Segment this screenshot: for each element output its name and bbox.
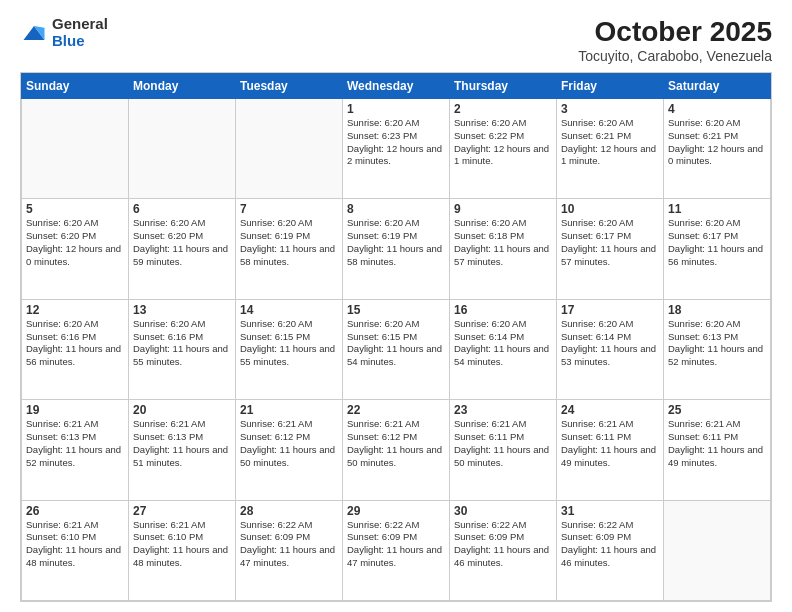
- day-number: 29: [347, 504, 445, 518]
- day-number: 11: [668, 202, 766, 216]
- day-info: Sunrise: 6:20 AM Sunset: 6:13 PM Dayligh…: [668, 318, 766, 369]
- calendar-day-cell: 2Sunrise: 6:20 AM Sunset: 6:22 PM Daylig…: [450, 99, 557, 199]
- day-info: Sunrise: 6:20 AM Sunset: 6:20 PM Dayligh…: [26, 217, 124, 268]
- day-number: 6: [133, 202, 231, 216]
- day-info: Sunrise: 6:20 AM Sunset: 6:22 PM Dayligh…: [454, 117, 552, 168]
- calendar-day-cell: [664, 500, 771, 600]
- day-info: Sunrise: 6:20 AM Sunset: 6:17 PM Dayligh…: [561, 217, 659, 268]
- day-info: Sunrise: 6:20 AM Sunset: 6:15 PM Dayligh…: [347, 318, 445, 369]
- day-info: Sunrise: 6:20 AM Sunset: 6:15 PM Dayligh…: [240, 318, 338, 369]
- day-info: Sunrise: 6:21 AM Sunset: 6:12 PM Dayligh…: [240, 418, 338, 469]
- calendar-day-cell: 12Sunrise: 6:20 AM Sunset: 6:16 PM Dayli…: [22, 299, 129, 399]
- calendar-day-cell: 25Sunrise: 6:21 AM Sunset: 6:11 PM Dayli…: [664, 400, 771, 500]
- calendar-day-cell: 1Sunrise: 6:20 AM Sunset: 6:23 PM Daylig…: [343, 99, 450, 199]
- day-info: Sunrise: 6:20 AM Sunset: 6:14 PM Dayligh…: [454, 318, 552, 369]
- day-number: 19: [26, 403, 124, 417]
- calendar-day-cell: 15Sunrise: 6:20 AM Sunset: 6:15 PM Dayli…: [343, 299, 450, 399]
- logo-text: General Blue: [52, 16, 108, 49]
- day-number: 1: [347, 102, 445, 116]
- day-number: 16: [454, 303, 552, 317]
- day-number: 28: [240, 504, 338, 518]
- day-info: Sunrise: 6:20 AM Sunset: 6:18 PM Dayligh…: [454, 217, 552, 268]
- calendar-week-row: 12Sunrise: 6:20 AM Sunset: 6:16 PM Dayli…: [22, 299, 771, 399]
- logo-general: General: [52, 16, 108, 33]
- weekday-header-row: Sunday Monday Tuesday Wednesday Thursday…: [22, 74, 771, 99]
- page-subtitle: Tocuyito, Carabobo, Venezuela: [578, 48, 772, 64]
- calendar-day-cell: 5Sunrise: 6:20 AM Sunset: 6:20 PM Daylig…: [22, 199, 129, 299]
- day-number: 4: [668, 102, 766, 116]
- day-number: 12: [26, 303, 124, 317]
- day-number: 15: [347, 303, 445, 317]
- day-number: 24: [561, 403, 659, 417]
- calendar-day-cell: 22Sunrise: 6:21 AM Sunset: 6:12 PM Dayli…: [343, 400, 450, 500]
- title-block: October 2025 Tocuyito, Carabobo, Venezue…: [578, 16, 772, 64]
- calendar-day-cell: 20Sunrise: 6:21 AM Sunset: 6:13 PM Dayli…: [129, 400, 236, 500]
- calendar-day-cell: 7Sunrise: 6:20 AM Sunset: 6:19 PM Daylig…: [236, 199, 343, 299]
- calendar-week-row: 19Sunrise: 6:21 AM Sunset: 6:13 PM Dayli…: [22, 400, 771, 500]
- calendar-day-cell: 14Sunrise: 6:20 AM Sunset: 6:15 PM Dayli…: [236, 299, 343, 399]
- header-saturday: Saturday: [664, 74, 771, 99]
- day-info: Sunrise: 6:22 AM Sunset: 6:09 PM Dayligh…: [347, 519, 445, 570]
- day-info: Sunrise: 6:20 AM Sunset: 6:16 PM Dayligh…: [26, 318, 124, 369]
- day-number: 17: [561, 303, 659, 317]
- day-number: 23: [454, 403, 552, 417]
- day-number: 9: [454, 202, 552, 216]
- day-info: Sunrise: 6:21 AM Sunset: 6:11 PM Dayligh…: [668, 418, 766, 469]
- calendar-day-cell: 19Sunrise: 6:21 AM Sunset: 6:13 PM Dayli…: [22, 400, 129, 500]
- day-number: 8: [347, 202, 445, 216]
- calendar-day-cell: [236, 99, 343, 199]
- day-number: 14: [240, 303, 338, 317]
- page-title: October 2025: [578, 16, 772, 48]
- day-number: 21: [240, 403, 338, 417]
- day-number: 25: [668, 403, 766, 417]
- day-info: Sunrise: 6:21 AM Sunset: 6:10 PM Dayligh…: [133, 519, 231, 570]
- day-info: Sunrise: 6:22 AM Sunset: 6:09 PM Dayligh…: [454, 519, 552, 570]
- day-number: 2: [454, 102, 552, 116]
- calendar-day-cell: 8Sunrise: 6:20 AM Sunset: 6:19 PM Daylig…: [343, 199, 450, 299]
- day-info: Sunrise: 6:20 AM Sunset: 6:16 PM Dayligh…: [133, 318, 231, 369]
- calendar-day-cell: 29Sunrise: 6:22 AM Sunset: 6:09 PM Dayli…: [343, 500, 450, 600]
- day-info: Sunrise: 6:21 AM Sunset: 6:10 PM Dayligh…: [26, 519, 124, 570]
- calendar-day-cell: 27Sunrise: 6:21 AM Sunset: 6:10 PM Dayli…: [129, 500, 236, 600]
- day-info: Sunrise: 6:20 AM Sunset: 6:19 PM Dayligh…: [347, 217, 445, 268]
- day-info: Sunrise: 6:22 AM Sunset: 6:09 PM Dayligh…: [561, 519, 659, 570]
- calendar-day-cell: 23Sunrise: 6:21 AM Sunset: 6:11 PM Dayli…: [450, 400, 557, 500]
- day-number: 20: [133, 403, 231, 417]
- header-monday: Monday: [129, 74, 236, 99]
- day-number: 18: [668, 303, 766, 317]
- calendar-day-cell: [22, 99, 129, 199]
- calendar-day-cell: 10Sunrise: 6:20 AM Sunset: 6:17 PM Dayli…: [557, 199, 664, 299]
- calendar-week-row: 5Sunrise: 6:20 AM Sunset: 6:20 PM Daylig…: [22, 199, 771, 299]
- day-number: 31: [561, 504, 659, 518]
- calendar-day-cell: [129, 99, 236, 199]
- calendar-day-cell: 16Sunrise: 6:20 AM Sunset: 6:14 PM Dayli…: [450, 299, 557, 399]
- day-number: 5: [26, 202, 124, 216]
- day-info: Sunrise: 6:20 AM Sunset: 6:20 PM Dayligh…: [133, 217, 231, 268]
- calendar-day-cell: 24Sunrise: 6:21 AM Sunset: 6:11 PM Dayli…: [557, 400, 664, 500]
- logo: General Blue: [20, 16, 108, 49]
- header-sunday: Sunday: [22, 74, 129, 99]
- day-number: 27: [133, 504, 231, 518]
- calendar-day-cell: 28Sunrise: 6:22 AM Sunset: 6:09 PM Dayli…: [236, 500, 343, 600]
- day-info: Sunrise: 6:21 AM Sunset: 6:12 PM Dayligh…: [347, 418, 445, 469]
- header: General Blue October 2025 Tocuyito, Cara…: [20, 16, 772, 64]
- calendar-day-cell: 31Sunrise: 6:22 AM Sunset: 6:09 PM Dayli…: [557, 500, 664, 600]
- day-info: Sunrise: 6:21 AM Sunset: 6:13 PM Dayligh…: [133, 418, 231, 469]
- day-info: Sunrise: 6:20 AM Sunset: 6:21 PM Dayligh…: [668, 117, 766, 168]
- calendar-day-cell: 11Sunrise: 6:20 AM Sunset: 6:17 PM Dayli…: [664, 199, 771, 299]
- calendar-day-cell: 13Sunrise: 6:20 AM Sunset: 6:16 PM Dayli…: [129, 299, 236, 399]
- day-number: 30: [454, 504, 552, 518]
- page: General Blue October 2025 Tocuyito, Cara…: [0, 0, 792, 612]
- calendar-day-cell: 18Sunrise: 6:20 AM Sunset: 6:13 PM Dayli…: [664, 299, 771, 399]
- header-thursday: Thursday: [450, 74, 557, 99]
- calendar-day-cell: 3Sunrise: 6:20 AM Sunset: 6:21 PM Daylig…: [557, 99, 664, 199]
- calendar-day-cell: 26Sunrise: 6:21 AM Sunset: 6:10 PM Dayli…: [22, 500, 129, 600]
- day-number: 3: [561, 102, 659, 116]
- calendar-day-cell: 4Sunrise: 6:20 AM Sunset: 6:21 PM Daylig…: [664, 99, 771, 199]
- day-info: Sunrise: 6:21 AM Sunset: 6:11 PM Dayligh…: [454, 418, 552, 469]
- calendar-day-cell: 6Sunrise: 6:20 AM Sunset: 6:20 PM Daylig…: [129, 199, 236, 299]
- day-info: Sunrise: 6:21 AM Sunset: 6:13 PM Dayligh…: [26, 418, 124, 469]
- calendar-day-cell: 30Sunrise: 6:22 AM Sunset: 6:09 PM Dayli…: [450, 500, 557, 600]
- calendar: Sunday Monday Tuesday Wednesday Thursday…: [20, 72, 772, 602]
- header-friday: Friday: [557, 74, 664, 99]
